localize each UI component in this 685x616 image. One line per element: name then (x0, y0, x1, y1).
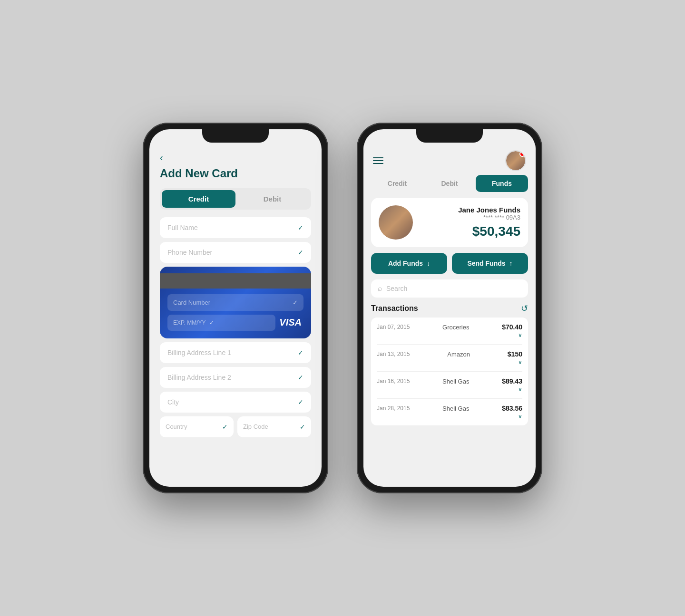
full-name-field[interactable]: Full Name ✓ (160, 217, 311, 238)
search-bar[interactable]: ⌕ Search (371, 279, 528, 298)
search-input[interactable]: Search (386, 285, 407, 292)
account-info: Jane Jones Funds **** **** 09A3 $50,345 (419, 206, 520, 239)
account-number: **** **** 09A3 (419, 214, 520, 221)
phone-number-field[interactable]: Phone Number ✓ (160, 242, 311, 263)
country-field[interactable]: Country ✓ (160, 416, 234, 437)
transaction-row: Jan 07, 2015 Groceries $70.40 ∨ (377, 318, 522, 345)
transaction-amount: $83.56 (502, 404, 522, 412)
transaction-amount: $89.43 (502, 377, 522, 385)
account-card: Jane Jones Funds **** **** 09A3 $50,345 (371, 198, 528, 247)
transaction-amount: $150 (508, 350, 522, 358)
transaction-row: Jan 13, 2015 Amazon $150 ∨ (377, 345, 522, 372)
page-title: Add New Card (160, 167, 311, 181)
debit-tab[interactable]: Debit (235, 190, 309, 208)
card-type-toggle: Credit Debit (160, 188, 311, 210)
transaction-date: Jan 28, 2015 (377, 405, 410, 412)
tab-debit[interactable]: Debit (423, 175, 476, 192)
transactions-header: Transactions ↺ (371, 303, 528, 314)
exp-check-icon: ✓ (209, 319, 214, 326)
tab-bar: Credit Debit Funds (363, 175, 536, 192)
back-button[interactable]: ‹ (160, 152, 311, 163)
zip-code-field[interactable]: Zip Code ✓ (237, 416, 311, 437)
account-avatar (379, 205, 413, 240)
credit-tab[interactable]: Credit (162, 190, 235, 208)
transaction-merchant: Groceries (442, 324, 469, 331)
card-magnetic-stripe (160, 273, 311, 289)
billing-address-1-field[interactable]: Billing Address Line 1 ✓ (160, 342, 311, 363)
refresh-button[interactable]: ↺ (521, 303, 528, 314)
transaction-merchant: Shell Gas (442, 405, 469, 412)
account-name: Jane Jones Funds (419, 206, 520, 214)
visa-logo: VISA (279, 317, 303, 328)
transaction-row: Jan 16, 2015 Shell Gas $89.43 ∨ (377, 372, 522, 399)
country-check-icon: ✓ (222, 423, 228, 431)
transaction-chevron-icon: ∨ (377, 359, 522, 366)
right-phone: Credit Debit Funds Jane Jones Funds ****… (357, 123, 542, 493)
send-funds-icon: ↑ (509, 260, 513, 267)
account-balance: $50,345 (419, 224, 520, 239)
add-funds-label: Add Funds (388, 260, 423, 267)
hamburger-line-1 (373, 157, 383, 158)
credit-card-visual: Card Number ✓ EXP. MM/YY ✓ VISA (160, 267, 311, 338)
action-buttons: Add Funds ↓ Send Funds ↑ (363, 253, 536, 274)
notification-dot (519, 151, 525, 157)
tab-funds[interactable]: Funds (476, 175, 528, 192)
hamburger-line-2 (373, 160, 383, 161)
transaction-merchant: Shell Gas (442, 378, 469, 385)
menu-button[interactable] (373, 157, 383, 164)
transaction-date: Jan 16, 2015 (377, 378, 410, 385)
transactions-section: Transactions ↺ Jan 07, 2015 Groceries $7… (363, 303, 536, 425)
top-bar (363, 144, 536, 175)
left-phone: ‹ Add New Card Credit Debit Full Name ✓ … (143, 123, 328, 493)
transaction-amount: $70.40 (502, 323, 522, 331)
zip-check-icon: ✓ (300, 423, 305, 431)
card-number-field[interactable]: Card Number ✓ (167, 294, 303, 311)
phone-check-icon: ✓ (298, 249, 303, 256)
tab-credit[interactable]: Credit (371, 175, 423, 192)
transactions-list: Jan 07, 2015 Groceries $70.40 ∨ Jan 13, … (371, 318, 528, 425)
transaction-merchant: Amazon (447, 351, 470, 358)
transactions-title: Transactions (371, 304, 418, 313)
add-funds-icon: ↓ (427, 260, 430, 267)
transaction-row: Jan 28, 2015 Shell Gas $83.56 ∨ (377, 399, 522, 425)
search-icon: ⌕ (378, 284, 382, 293)
add-funds-button[interactable]: Add Funds ↓ (371, 253, 447, 274)
transaction-chevron-icon: ∨ (377, 413, 522, 420)
transaction-chevron-icon: ∨ (377, 332, 522, 338)
user-avatar[interactable] (505, 150, 526, 171)
send-funds-label: Send Funds (467, 260, 505, 267)
billing-address-2-field[interactable]: Billing Address Line 2 ✓ (160, 367, 311, 388)
billing1-check-icon: ✓ (298, 349, 303, 356)
hamburger-line-3 (373, 163, 383, 164)
notch (202, 129, 269, 143)
expiry-field[interactable]: EXP. MM/YY ✓ (167, 315, 275, 331)
city-check-icon: ✓ (298, 398, 303, 406)
transaction-date: Jan 13, 2015 (377, 351, 410, 357)
full-name-check-icon: ✓ (298, 224, 303, 231)
notch-right (416, 129, 483, 143)
transaction-chevron-icon: ∨ (377, 386, 522, 393)
city-field[interactable]: City ✓ (160, 392, 311, 413)
send-funds-button[interactable]: Send Funds ↑ (452, 253, 528, 274)
card-number-check-icon: ✓ (293, 299, 298, 306)
billing2-check-icon: ✓ (298, 374, 303, 381)
transaction-date: Jan 07, 2015 (377, 324, 410, 330)
